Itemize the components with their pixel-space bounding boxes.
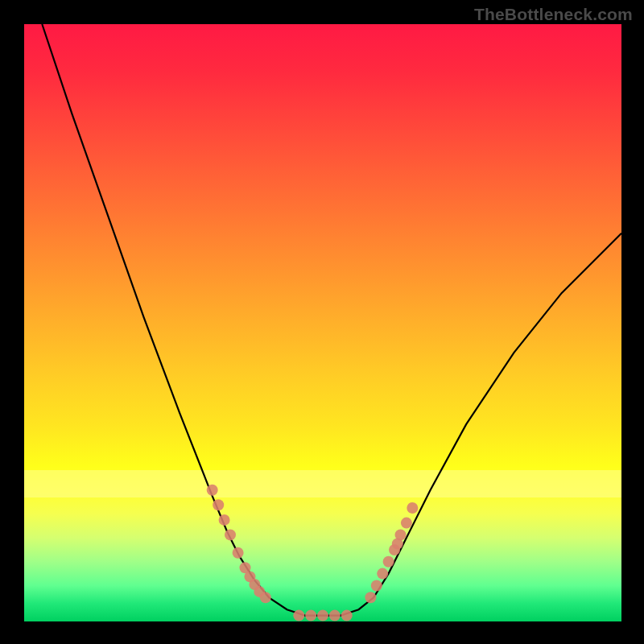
data-point <box>341 610 353 621</box>
data-point <box>365 592 376 603</box>
data-point <box>225 529 236 540</box>
data-point <box>371 580 382 592</box>
data-point <box>293 610 304 621</box>
bottom-cluster <box>293 610 352 621</box>
data-point <box>377 568 388 580</box>
chart-svg <box>24 24 621 621</box>
chart-container: TheBottleneck.com <box>0 0 644 644</box>
data-point <box>329 610 341 621</box>
bottleneck-curve <box>42 24 621 616</box>
attribution-label: TheBottleneck.com <box>474 5 633 24</box>
plot-area <box>24 24 621 621</box>
data-point <box>219 514 230 526</box>
data-point <box>317 610 328 621</box>
data-point <box>407 502 418 514</box>
data-point <box>395 529 407 540</box>
data-point <box>401 518 412 529</box>
left-cluster <box>207 485 271 604</box>
data-point <box>207 485 218 496</box>
data-point <box>233 547 244 559</box>
data-point <box>383 556 394 568</box>
curve-path-group <box>42 24 621 616</box>
data-point <box>260 592 271 603</box>
right-cluster <box>365 502 418 603</box>
data-point <box>213 499 224 510</box>
data-point <box>305 610 316 621</box>
